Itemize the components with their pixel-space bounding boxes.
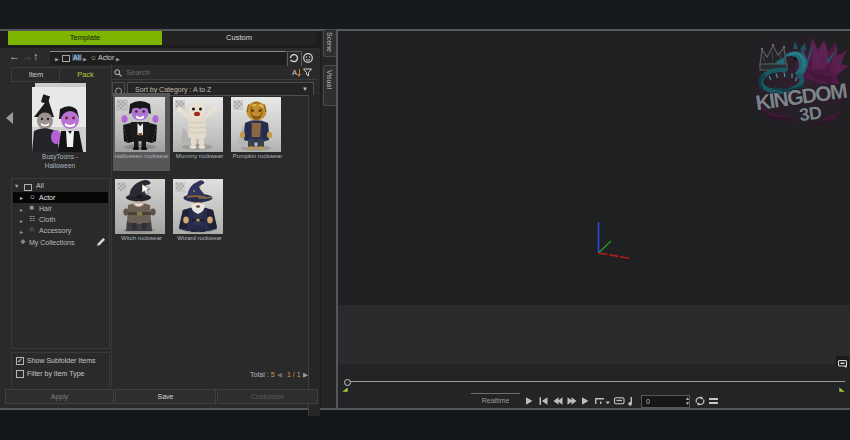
- svg-text:3D: 3D: [798, 102, 823, 125]
